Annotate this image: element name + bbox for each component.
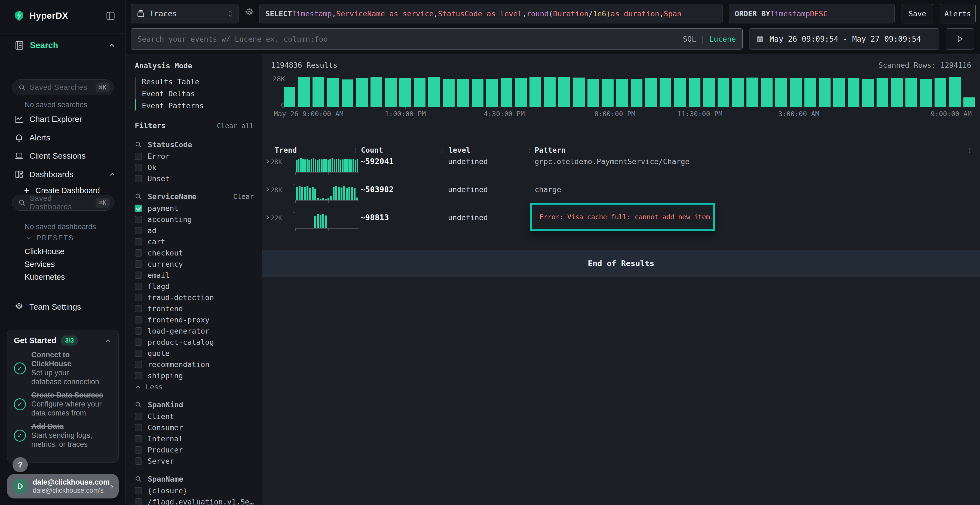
source-settings-gear-icon[interactable] [244,8,255,18]
sidebar-item-clickhouse[interactable]: ClickHouse [24,247,65,256]
checkbox[interactable] [135,238,142,245]
clear-all-filters-button[interactable]: Clear all [217,122,254,130]
sql-query-editor[interactable]: SELECT Timestamp, ServiceName as service… [259,4,722,24]
filter-option-cart[interactable]: cart [135,236,254,247]
sidebar-item-services[interactable]: Services [24,260,55,269]
sidebar-item-label: Alerts [29,133,116,142]
filter-option-Unset[interactable]: Unset [135,173,254,184]
user-account-chip[interactable]: D dale@clickhouse.com dale@clickhouse.co… [7,474,119,499]
checkbox[interactable] [135,413,142,420]
checkbox[interactable] [135,338,142,346]
language-toggle-lucene[interactable]: Lucene [709,35,736,43]
filter-option-payment[interactable]: payment [135,203,254,214]
checkbox[interactable] [135,424,142,431]
filter-option-/flagd.evaluation.v1.Se…[interactable]: /flagd.evaluation.v1.Se… [135,496,254,505]
filter-option-Internal[interactable]: Internal [135,433,254,444]
chevron-right-icon: › [111,481,113,491]
pattern-row[interactable]: 22K~98813undefinedError: Visa cache full… [262,208,980,237]
run-query-button[interactable] [946,28,974,49]
saved-searches-input[interactable]: Saved Searches ⌘K [12,79,114,95]
save-button[interactable]: Save [902,4,933,24]
filter-option-{closure}[interactable]: {closure} [135,485,254,496]
checkbox[interactable] [135,249,142,257]
filter-option-accounting[interactable]: accounting [135,214,254,225]
language-toggle-sql[interactable]: SQL [683,35,696,43]
get-started-step-add-data[interactable]: ✓ Add Data Start sending logs, metrics, … [14,422,112,449]
filter-option-load-generator[interactable]: load-generator [135,326,254,337]
sidebar-item-dashboards[interactable]: Dashboards [0,167,125,182]
histogram-bar [312,77,324,106]
pattern-row[interactable]: 28K~592041undefinedgrpc.oteldemo.Payment… [262,152,980,180]
checkbox[interactable] [135,316,142,324]
checkbox[interactable] [135,446,142,454]
checkbox[interactable] [135,457,142,465]
saved-dashboards-input[interactable]: Saved Dashboards ⌘K [12,195,114,211]
get-started-step-connect[interactable]: ✓ Connect to ClickHouse Set up your data… [14,351,112,386]
filter-option-email[interactable]: email [135,270,254,281]
sidebar-item-label: Team Settings [29,302,116,311]
checkbox[interactable] [135,175,142,182]
checkbox[interactable] [135,283,142,290]
checkbox[interactable] [135,305,142,312]
checkbox[interactable] [135,205,142,212]
filter-option-label: Internal [148,435,183,443]
mode-event-patterns[interactable]: Event Patterns [142,100,254,111]
checkbox[interactable] [135,487,142,494]
filter-option-fraud-detection[interactable]: fraud-detection [135,292,254,303]
sidebar-item-client-sessions[interactable]: Client Sessions [0,148,125,164]
checkbox[interactable] [135,216,142,223]
filter-option-checkout[interactable]: checkout [135,247,254,259]
filter-option-frontend[interactable]: frontend [135,303,254,314]
chevron-up-icon[interactable] [104,337,112,345]
filter-option-recommendation[interactable]: recommendation [135,359,254,370]
sparkline-bar [329,159,331,172]
sidebar-item-chart-explorer[interactable]: Chart Explorer [0,111,125,127]
mode-results-table[interactable]: Results Table [142,76,254,87]
sidebar-item-kubernetes[interactable]: Kubernetes [24,273,65,282]
sidebar-item-alerts[interactable]: Alerts [0,130,125,145]
filter-option-quote[interactable]: quote [135,348,254,359]
filter-option-Client[interactable]: Client [135,411,254,422]
highlighted-pattern-box[interactable]: Error: Visa cache full: cannot add new i… [530,203,715,231]
lucene-search-input[interactable]: Search your events w/ Lucene ex. column:… [130,28,743,49]
sparkline-bar [298,159,300,172]
checkbox[interactable] [135,164,142,171]
filter-option-ad[interactable]: ad [135,225,254,236]
pattern-count: ~503982 [360,185,394,194]
checkbox[interactable] [135,361,142,368]
checkbox[interactable] [135,260,142,268]
filter-option-frontend-proxy[interactable]: frontend-proxy [135,314,254,326]
filter-option-Server[interactable]: Server [135,456,254,467]
checkbox[interactable] [135,152,142,160]
sidebar-item-search[interactable]: Search [0,37,125,54]
filter-option-Error[interactable]: Error [135,151,254,162]
filter-option-shipping[interactable]: shipping [135,370,254,381]
sidebar-collapse-icon[interactable] [105,10,116,21]
help-button[interactable]: ? [13,457,28,472]
checkbox[interactable] [135,227,142,234]
checkbox[interactable] [135,272,142,279]
checkbox[interactable] [135,349,142,357]
checkbox[interactable] [135,498,142,505]
sidebar-item-team-settings[interactable]: Team Settings [0,299,125,314]
source-select[interactable]: Traces [130,4,239,24]
filter-option-Ok[interactable]: Ok [135,162,254,173]
divider [0,183,125,183]
checkbox[interactable] [135,435,142,442]
filter-option-flagd[interactable]: flagd [135,281,254,292]
checkbox[interactable] [135,294,142,301]
filter-option-Consumer[interactable]: Consumer [135,422,254,433]
checkbox[interactable] [135,372,142,379]
checkbox[interactable] [135,327,142,335]
filter-option-Producer[interactable]: Producer [135,444,254,456]
show-less-button[interactable]: Less [135,381,254,392]
filter-option-currency[interactable]: currency [135,259,254,270]
alerts-button[interactable]: Alerts [940,4,976,24]
filter-group-clear-button[interactable]: Clear [233,193,254,200]
date-range-picker[interactable]: May 26 09:09:54 - May 27 09:09:54 [749,28,939,49]
get-started-step-datasources[interactable]: ✓ Create Data Sources Configure where yo… [14,391,112,418]
filter-option-product-catalog[interactable]: product-catalog [135,337,254,348]
order-by-editor[interactable]: ORDER BY Timestamp DESC [729,4,894,24]
mode-event-deltas[interactable]: Event Deltas [142,87,254,100]
presets-toggle[interactable]: PRESETS [25,234,74,242]
